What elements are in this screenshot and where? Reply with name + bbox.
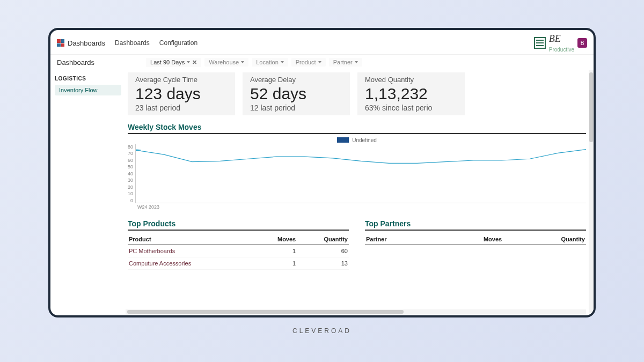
col-moves: Moves [437,234,503,245]
filter-range[interactable]: Last 90 Days ✕ [146,58,201,67]
cell-moves: 1 [256,257,297,269]
chart-weekly-stock-moves: Weekly Stock Moves Undefined 80706050403… [128,123,586,210]
kpi-sub: 63% since last perio [365,104,457,112]
filter-product[interactable]: Product [291,58,326,67]
close-icon[interactable]: ✕ [192,59,197,66]
legend-swatch [337,137,349,143]
kpi-sub: 23 last period [135,104,228,112]
app-window: Dashboards Dashboards Configuration BE P… [48,28,596,317]
kpi-label: Average Cycle Time [135,76,228,84]
filter-location-label: Location [256,59,279,65]
chart-y-axis: 80706050403020100 [128,144,135,203]
topbar: Dashboards Dashboards Configuration BE P… [50,30,594,55]
table-row[interactable]: Computure Accessories113 [128,257,349,269]
chevron-down-icon [355,61,358,63]
app-logo-icon [57,39,64,47]
kpi-label: Average Delay [250,76,342,84]
cell-product: PC Motherboards [128,245,256,257]
chart-legend: Undefined [128,137,586,143]
chevron-down-icon [241,61,244,63]
scrollbar-vertical[interactable] [589,70,594,313]
col-moves: Moves [256,234,297,245]
scrollbar-horizontal[interactable] [126,309,586,314]
brand-productive: Productive [549,47,574,53]
filter-partner[interactable]: Partner [329,58,362,67]
brand-badge: B [577,38,587,48]
filter-partner-label: Partner [333,59,353,65]
kpi-avg-delay: Average Delay 52 days 12 last period [243,72,350,115]
chart-x-label: W24 2023 [137,204,586,210]
chart-line-svg [136,144,586,203]
chevron-down-icon [187,61,190,63]
chart-plot-area [135,144,586,203]
legend-label: Undefined [352,137,377,143]
nav-configuration[interactable]: Configuration [159,39,197,47]
cell-product: Computure Accessories [128,257,256,269]
kpi-row: Average Cycle Time 123 days 23 last peri… [128,72,586,115]
chevron-down-icon [281,61,284,63]
brand-be: BE [549,33,561,44]
table-title: Top Products [128,219,349,231]
cell-quantity: 60 [297,245,349,257]
kpi-value: 1,13,232 [365,85,457,102]
kpi-sub: 12 last period [250,104,342,112]
list-icon [534,37,546,49]
table-row[interactable]: PC Motherboards160 [128,245,349,257]
col-partner: Partner [365,234,437,245]
sidebar-item-inventory-flow[interactable]: Inventory Flow [55,85,121,95]
nav-dashboards[interactable]: Dashboards [115,39,150,47]
chart-title: Weekly Stock Moves [128,123,586,134]
table-top-products: Top Products Product Moves Quantity PC M… [128,219,349,270]
sidebar-section-logistics: LOGISTICS [55,76,121,82]
page-title: Dashboards [57,58,94,67]
table-title: Top Partners [365,219,586,231]
sidebar: LOGISTICS Inventory Flow [50,70,126,317]
chevron-down-icon [318,61,321,63]
col-quantity: Quantity [297,234,349,245]
filter-bar: Dashboards Last 90 Days ✕ Warehouse Loca… [50,55,594,70]
cell-moves: 1 [256,245,297,257]
kpi-value: 123 days [135,85,228,102]
brand-logo-right: BE Productive B [534,33,587,53]
kpi-value: 52 days [250,85,342,102]
filter-warehouse-label: Warehouse [209,59,239,65]
filter-range-label: Last 90 Days [150,59,185,65]
main-content: Average Cycle Time 123 days 23 last peri… [126,70,594,317]
kpi-label: Moved Quantity [365,76,457,84]
table-top-partners: Top Partners Partner Moves Quantity [365,219,586,270]
filter-location[interactable]: Location [252,58,288,67]
kpi-moved-quantity: Moved Quantity 1,13,232 63% since last p… [357,72,465,115]
kpi-avg-cycle-time: Average Cycle Time 123 days 23 last peri… [128,72,235,115]
filter-product-label: Product [296,59,316,65]
app-name: Dashboards [68,39,105,47]
filter-warehouse[interactable]: Warehouse [204,58,248,67]
cell-quantity: 13 [297,257,349,269]
col-quantity: Quantity [503,234,586,245]
col-product: Product [128,234,256,245]
footer-brand: CLEVEROAD [292,327,352,335]
tables-row: Top Products Product Moves Quantity PC M… [128,219,586,270]
